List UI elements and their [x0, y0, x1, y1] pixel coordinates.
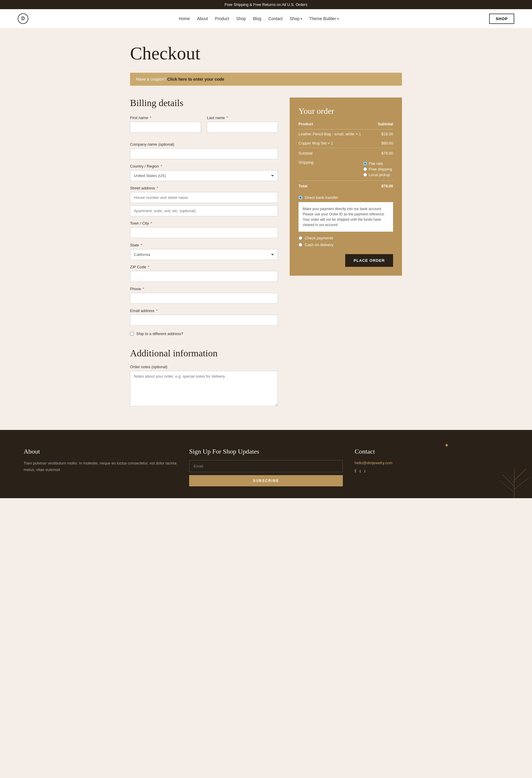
ship-different-group: Ship to a different address? [130, 331, 278, 336]
order-item-1: Leather Pencil Bag - small, white × 1 $1… [299, 130, 393, 139]
zip-input[interactable] [130, 271, 278, 282]
nav-about[interactable]: About [197, 16, 208, 21]
country-group: Country / Region * United States (US) [130, 164, 278, 181]
last-name-group: Last name * [207, 115, 278, 133]
order-heading: Your order [299, 106, 393, 116]
phone-input[interactable] [130, 293, 278, 304]
notes-group: Order notes (optional) [130, 365, 278, 407]
direct-bank-radio[interactable] [299, 196, 302, 200]
last-name-label: Last name * [207, 115, 278, 120]
phone-label: Phone * [130, 287, 278, 291]
order-item-2: Copper Mug Set × 1 $60.00 [299, 139, 393, 148]
svg-line-1 [503, 475, 514, 486]
footer-signup-heading: Sign Up For Shop Updates [189, 448, 343, 455]
col-product: Product [299, 122, 363, 130]
local-pickup-radio[interactable] [363, 173, 367, 177]
subtotal-value: $78.00 [363, 148, 393, 158]
nav-product[interactable]: Product [215, 16, 229, 21]
instagram-icon[interactable]: i [364, 469, 366, 474]
subscribe-button[interactable]: SUBSCRIBE [189, 475, 343, 486]
street-group: Street address * [130, 186, 278, 216]
subtotal-row: Subtotal $78.00 [299, 148, 393, 158]
item-1-name: Leather Pencil Bag - small, white × 1 [299, 130, 363, 139]
footer-about-text: Tiam pulvinar vestibulum mollis. In mole… [24, 460, 177, 473]
shipping-flat-rate: Flat rate [363, 161, 393, 166]
svg-line-4 [514, 477, 529, 489]
footer-about: About Tiam pulvinar vestibulum mollis. I… [24, 448, 177, 486]
zip-group: ZIP Code * [130, 265, 278, 282]
ship-different-checkbox[interactable] [130, 332, 134, 336]
state-label: State * [130, 243, 278, 247]
notes-textarea[interactable] [130, 371, 278, 406]
phone-group: Phone * [130, 287, 278, 304]
footer-contact: Contact hello@divijewelry.com f t i [355, 448, 508, 486]
coupon-link[interactable]: Click here to enter your code [167, 77, 224, 82]
nav-home[interactable]: Home [179, 16, 190, 21]
additional-info-section: Additional information Order notes (opti… [130, 348, 278, 407]
shipping-local: Local pickup [363, 172, 393, 177]
ship-different-label: Ship to a different address? [136, 331, 183, 336]
footer-email-input[interactable] [189, 460, 343, 472]
page-content: Checkout Have a coupon? Click here to en… [124, 28, 408, 430]
footer-plant-decoration [497, 463, 532, 498]
zip-label: ZIP Code * [130, 265, 278, 269]
checkout-grid: Billing details First name * Last name * [130, 97, 402, 412]
nav-logo: D [18, 13, 28, 24]
email-group: Email address * [130, 308, 278, 326]
nav-shop-dropdown[interactable]: Shop [290, 16, 302, 21]
city-input[interactable] [130, 227, 278, 238]
payment-section: Direct bank transfer Make your payment d… [299, 195, 393, 267]
notes-label: Order notes (optional) [130, 365, 278, 369]
cod-radio[interactable] [299, 243, 302, 247]
company-label: Company name (optional) [130, 142, 278, 147]
billing-heading: Billing details [130, 97, 278, 108]
footer-diamond: ✦ [444, 442, 449, 449]
email-input[interactable] [130, 315, 278, 326]
email-label: Email address * [130, 308, 278, 313]
logo-icon: D [18, 13, 28, 24]
coupon-text: Have a coupon? [136, 77, 166, 82]
last-name-input[interactable] [207, 122, 278, 133]
shipping-options-list: Flat rate Free shipping Local pickup [363, 161, 393, 177]
payment-direct-bank: Direct bank transfer [299, 195, 393, 200]
facebook-icon[interactable]: f [355, 469, 356, 474]
payment-check: Check payments [299, 236, 393, 240]
footer-contact-email[interactable]: hello@divijewelry.com [355, 461, 392, 465]
place-order-button[interactable]: PLACE ORDER [345, 254, 393, 267]
company-group: Company name (optional) [130, 142, 278, 159]
footer-contact-heading: Contact [355, 448, 508, 455]
coupon-bar: Have a coupon? Click here to enter your … [130, 73, 402, 86]
tiktok-icon[interactable]: t [360, 469, 361, 474]
street-input[interactable] [130, 192, 278, 203]
state-select[interactable]: California [130, 249, 278, 260]
apt-input[interactable] [130, 205, 278, 216]
country-select[interactable]: United States (US) [130, 170, 278, 181]
page-title: Checkout [130, 43, 402, 64]
order-table: Product Subtotal Leather Pencil Bag - sm… [299, 122, 393, 190]
clearfix: PLACE ORDER [299, 249, 393, 267]
footer-signup: Sign Up For Shop Updates SUBSCRIBE [189, 448, 343, 486]
nav-contact[interactable]: Contact [269, 16, 283, 21]
nav-theme-builder[interactable]: Theme Builder [309, 16, 339, 21]
first-name-label: First name * [130, 115, 201, 120]
billing-section: Billing details First name * Last name * [130, 97, 278, 412]
col-subtotal: Subtotal [363, 122, 393, 130]
first-name-input[interactable] [130, 122, 201, 133]
street-label: Street address * [130, 186, 278, 190]
order-summary: Your order Product Subtotal Leather Penc… [290, 97, 402, 276]
nav-blog[interactable]: Blog [253, 16, 261, 21]
first-name-group: First name * [130, 115, 201, 133]
flat-rate-radio[interactable] [363, 162, 367, 165]
item-1-price: $18.00 [363, 130, 393, 139]
total-value: $78.00 [363, 181, 393, 191]
free-shipping-radio[interactable] [363, 167, 367, 171]
svg-line-3 [500, 480, 514, 492]
shipping-label: Shipping [299, 158, 363, 181]
footer: ✦ About Tiam pulvinar vestibulum mollis.… [0, 430, 532, 498]
company-input[interactable] [130, 148, 278, 159]
nav-shop-button[interactable]: SHOP [489, 14, 514, 24]
nav-shop[interactable]: Shop [236, 16, 246, 21]
svg-line-2 [514, 469, 526, 480]
check-radio[interactable] [299, 236, 302, 240]
footer-about-heading: About [24, 448, 177, 455]
